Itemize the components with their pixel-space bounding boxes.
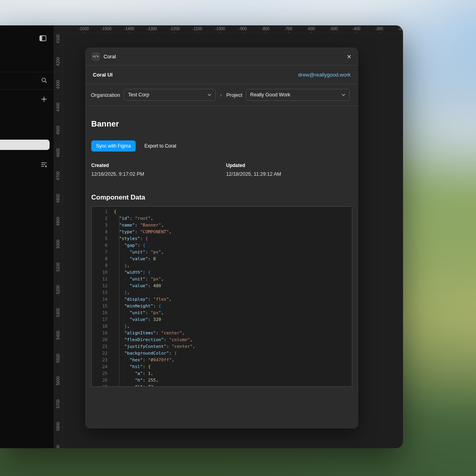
line-number: 6 [92, 242, 114, 249]
code-text: "a": 1, [114, 370, 153, 377]
close-icon[interactable]: ✕ [347, 54, 351, 60]
ruler-label: -1500 [102, 27, 112, 31]
indent-guide [119, 215, 119, 386]
code-text: "unit": "px", [114, 309, 164, 316]
line-number: 12 [92, 282, 114, 289]
ruler-label: -1100 [192, 27, 202, 31]
code-text: "id": "root", [114, 215, 153, 222]
code-line: 21 "justifyContent": "center", [92, 343, 352, 350]
ruler-label: 4800 [56, 187, 61, 209]
ruler-label: 5600 [56, 370, 61, 392]
chevron-down-icon [207, 94, 211, 96]
ruler-label: -500 [330, 27, 338, 31]
ruler-label: 4200 [56, 50, 61, 73]
account-email-link[interactable]: drew@reallygood.work [298, 72, 351, 78]
line-number: 25 [92, 370, 114, 377]
ruler-label: 5300 [56, 301, 61, 324]
code-text: "h": 255, [114, 377, 159, 384]
code-line: 1{ [92, 208, 352, 215]
sync-with-figma-button[interactable]: Sync with Figma [91, 140, 136, 152]
coral-plugin-modal: </> Coral ✕ Coral UI drew@reallygood.wor… [85, 48, 358, 428]
search-icon[interactable] [38, 75, 50, 86]
app-name-label: Coral UI [93, 72, 113, 78]
code-line: 27 "l": 72, [92, 384, 352, 387]
code-line: 13 }, [92, 289, 352, 296]
ruler-label: 4500 [56, 119, 61, 141]
code-line: 18 }, [92, 323, 352, 330]
code-line: 25 "a": 1, [92, 370, 352, 377]
ruler-label: 4600 [56, 142, 61, 164]
ruler-label: 5900 [56, 438, 61, 449]
code-text: "alignItems": "center", [114, 330, 185, 336]
line-number: 21 [92, 343, 114, 350]
line-number: 27 [92, 384, 114, 387]
export-to-coral-button[interactable]: Export to Coral [144, 143, 176, 149]
line-number: 14 [92, 296, 114, 303]
code-line: 7 "unit": "px", [92, 249, 352, 255]
ruler-label: -1600 [79, 27, 89, 31]
ruler-label: 4100 [56, 28, 61, 50]
ruler-label: 4900 [56, 210, 61, 232]
code-text: { [114, 208, 117, 215]
code-line: 4 "type": "COMPONENT", [92, 228, 352, 235]
plugin-title: Coral [104, 54, 116, 60]
line-number: 19 [92, 330, 114, 336]
line-number: 24 [92, 363, 114, 370]
code-text: "unit": "px", [114, 249, 164, 255]
code-line: 3 "name": "Banner", [92, 222, 352, 228]
add-icon[interactable] [38, 94, 50, 105]
ruler-label: -400 [353, 27, 361, 31]
component-data-editor[interactable]: 1{2 "id": "root",3 "name": "Banner",4 "t… [91, 206, 352, 387]
ruler-vertical[interactable]: 4100420043004400450046004700480049005000… [54, 33, 63, 448]
code-line: 2 "id": "root", [92, 215, 352, 222]
chevron-down-icon [342, 94, 345, 96]
code-line: 20 "flexDirection": "column", [92, 336, 352, 343]
plugin-header: </> Coral ✕ [86, 48, 358, 65]
ruler-label: 5700 [56, 393, 61, 415]
code-text: "l": 72, [114, 384, 156, 387]
code-line: 16 "unit": "px", [92, 309, 352, 316]
sidebar-divider [0, 72, 54, 72]
created-column: Created 12/16/2025, 9:17:02 PM [91, 163, 226, 177]
code-text: }, [114, 262, 130, 269]
line-number: 20 [92, 336, 114, 343]
toggle-sidebar-icon[interactable] [37, 33, 48, 44]
line-number: 13 [92, 289, 114, 296]
line-number: 8 [92, 255, 114, 262]
chevron-right-icon: › [219, 92, 223, 98]
ruler-horizontal[interactable]: -1600-1500-1400-1300-1200-1100-1000-900-… [54, 25, 403, 33]
code-text: "value": 8 [114, 255, 156, 262]
code-text: "unit": "px", [114, 276, 164, 282]
left-sidebar [0, 25, 54, 448]
line-number: 18 [92, 323, 114, 330]
code-line: 5 "styles": { [92, 235, 352, 242]
project-dropdown[interactable]: Really Good Work [246, 89, 350, 101]
line-number: 26 [92, 377, 114, 384]
line-number: 16 [92, 309, 114, 316]
line-number: 17 [92, 316, 114, 323]
ruler-label: -900 [239, 27, 247, 31]
organization-value: Test Corp [128, 92, 150, 98]
ruler-label: -700 [284, 27, 292, 31]
actions-row: Sync with Figma Export to Coral [91, 140, 352, 152]
code-lines: 1{2 "id": "root",3 "name": "Banner",4 "t… [92, 207, 352, 387]
line-number: 23 [92, 357, 114, 363]
line-number: 22 [92, 350, 114, 357]
selected-layer-row[interactable] [0, 140, 50, 150]
ruler-label: 5100 [56, 256, 61, 278]
code-text: "type": "COMPONENT", [114, 228, 172, 235]
timestamps-row: Created 12/16/2025, 9:17:02 PM Updated 1… [91, 163, 352, 177]
code-line: 14 "display": "flex", [92, 296, 352, 303]
line-number: 11 [92, 276, 114, 282]
code-icon: </> [92, 53, 100, 60]
component-name-heading: Banner [91, 119, 352, 129]
list-icon[interactable] [38, 159, 50, 170]
code-line: 26 "h": 255, [92, 377, 352, 384]
code-text: "minHeight": { [114, 303, 161, 309]
organization-dropdown[interactable]: Test Corp [124, 89, 216, 101]
code-text: "hex": "#9470ff", [114, 357, 174, 363]
ruler-label: -1300 [147, 27, 157, 31]
code-line: 17 "value": 320 [92, 316, 352, 323]
code-line: 9 }, [92, 262, 352, 269]
code-text: "justifyContent": "center", [114, 343, 195, 350]
